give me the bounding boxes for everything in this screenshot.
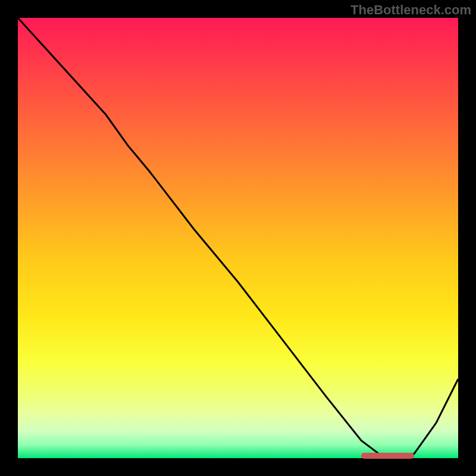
x-axis-area bbox=[0, 458, 476, 476]
optimal-range-marker bbox=[361, 453, 414, 459]
y-axis-area bbox=[0, 18, 18, 458]
watermark-text: TheBottleneck.com bbox=[350, 2, 471, 18]
bottleneck-curve bbox=[18, 18, 458, 458]
